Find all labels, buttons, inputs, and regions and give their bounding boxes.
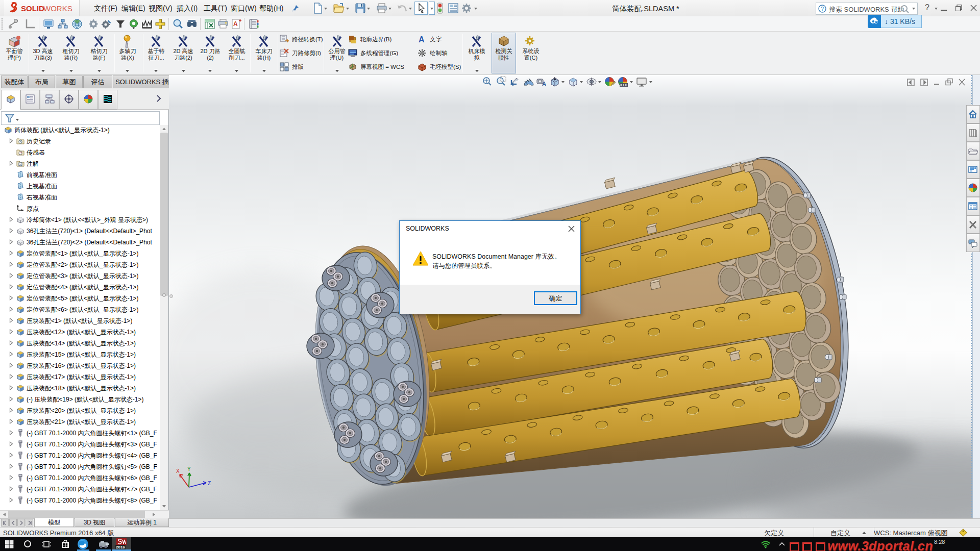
svg-text:A: A bbox=[542, 81, 546, 87]
svg-text:A: A bbox=[419, 35, 425, 44]
svg-text:SOLID: SOLID bbox=[21, 4, 44, 13]
svg-text:A: A bbox=[233, 20, 238, 28]
svg-text:A: A bbox=[19, 163, 21, 166]
svg-text:X: X bbox=[176, 468, 180, 474]
svg-text:?: ? bbox=[821, 6, 824, 12]
svg-text:WORKS: WORKS bbox=[43, 4, 72, 13]
svg-text:Z: Z bbox=[208, 481, 211, 486]
svg-text:Y: Y bbox=[187, 466, 191, 472]
